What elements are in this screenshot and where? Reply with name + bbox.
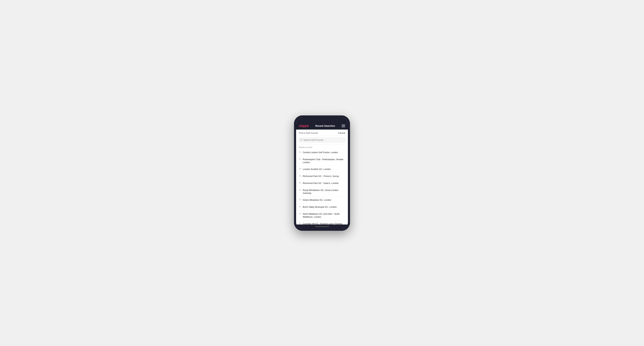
nearby-label: Nearby courses [296, 144, 348, 149]
pin-icon [299, 175, 301, 178]
svg-point-11 [300, 223, 300, 224]
pin-icon [299, 213, 301, 216]
svg-point-6 [300, 182, 300, 183]
course-name: Royal Wimbledon GC, Great London Authori… [303, 189, 345, 195]
nav-title: Recent Searches [315, 125, 335, 127]
course-name: Richmond Park GC - Duke's, London [303, 182, 339, 185]
content-area: Find a Golf Course Cancel Nearby courses [296, 130, 348, 224]
phone-device: clippd Recent Searches Find a Golf Cours… [294, 115, 350, 231]
course-name: Central London Golf Centre, London [303, 151, 338, 154]
cancel-button[interactable]: Cancel [338, 132, 345, 134]
search-input-wrapper [298, 137, 346, 143]
list-item[interactable]: North Middlesex GC (1011942 - North Midd… [296, 211, 348, 221]
search-icon [300, 139, 302, 142]
svg-point-10 [300, 213, 300, 214]
course-name: Dukes Meadows GC, London [303, 199, 331, 202]
list-item[interactable]: Richmond Park GC - Prince's, Surrey [296, 173, 348, 180]
svg-point-8 [300, 199, 300, 200]
svg-line-1 [302, 140, 302, 141]
course-name: Roehampton Club - Roehampton, Greater Lo… [303, 158, 345, 164]
list-item[interactable]: Richmond Park GC - Duke's, London [296, 180, 348, 187]
svg-point-2 [300, 152, 300, 152]
list-item[interactable]: Brent Valley Municipal GC, London [296, 204, 348, 211]
pin-icon [299, 223, 301, 224]
list-item[interactable]: Central London Golf Centre, London [296, 149, 348, 156]
pin-icon [299, 158, 301, 161]
course-name: London Scottish GC, London [303, 168, 331, 171]
pin-icon [299, 199, 301, 202]
course-name: North Middlesex GC (1011942 - North Midd… [303, 213, 345, 219]
list-item[interactable]: Roehampton Club - Roehampton, Greater Lo… [296, 156, 348, 166]
pin-icon [299, 151, 301, 154]
course-name: Brent Valley Municipal GC, London [303, 206, 337, 209]
svg-point-3 [300, 159, 300, 159]
pin-icon [299, 168, 301, 171]
svg-point-5 [300, 175, 300, 176]
phone-notch [296, 118, 348, 122]
app-logo: clippd [299, 124, 309, 128]
course-name: Richmond Park GC - Prince's, Surrey [303, 175, 339, 178]
list-item[interactable]: Coombe Hill GC, Kingston upon Thames [296, 221, 348, 224]
list-item[interactable]: Dukes Meadows GC, London [296, 197, 348, 204]
home-indicator [296, 224, 348, 229]
svg-point-9 [300, 206, 300, 207]
list-item[interactable]: London Scottish GC, London [296, 166, 348, 173]
list-item[interactable]: Royal Wimbledon GC, Great London Authori… [296, 187, 348, 197]
search-input[interactable] [304, 139, 344, 141]
find-label: Find a Golf Course [299, 132, 318, 134]
pin-icon [299, 206, 301, 209]
home-bar [315, 226, 329, 227]
course-name: Coombe Hill GC, Kingston upon Thames [303, 222, 342, 224]
pin-icon [299, 182, 301, 185]
menu-icon[interactable] [342, 125, 345, 127]
course-list: Central London Golf Centre, London Roeha… [296, 149, 348, 224]
phone-screen: clippd Recent Searches Find a Golf Cours… [296, 118, 348, 229]
search-container [296, 136, 348, 144]
find-bar: Find a Golf Course Cancel [296, 130, 348, 136]
svg-point-4 [300, 169, 300, 169]
pin-icon [299, 189, 301, 192]
nav-bar: clippd Recent Searches [296, 122, 348, 130]
svg-point-7 [300, 189, 300, 190]
